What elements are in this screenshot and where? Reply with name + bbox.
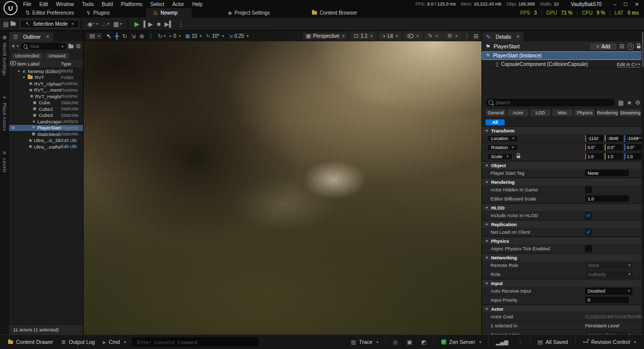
checkbox[interactable] bbox=[585, 186, 592, 193]
expander-icon[interactable]: ▼ bbox=[22, 76, 26, 79]
play-icon[interactable]: ▶ bbox=[134, 21, 139, 27]
tabbar-editor-preferences[interactable]: ⇅Editor Preferences bbox=[19, 8, 80, 18]
skip-frame-icon[interactable]: ▍▶ bbox=[143, 21, 152, 27]
favorites-icon[interactable]: ★ bbox=[626, 100, 632, 106]
strip-place-actors[interactable]: +Place Actors bbox=[2, 95, 7, 131]
row-type[interactable]: Edit Ultr bbox=[61, 144, 83, 149]
more-tools-icon[interactable]: ⋮ bbox=[148, 33, 154, 39]
select-tool-icon[interactable]: ↖ bbox=[106, 33, 111, 39]
save-all-icon[interactable]: ▤ bbox=[3, 21, 9, 27]
section-header-hlod[interactable]: ▼HLOD bbox=[482, 203, 644, 211]
display-filter-icon[interactable]: ▦ bbox=[618, 100, 623, 106]
close-icon[interactable]: ✕ bbox=[46, 34, 50, 39]
insights-button[interactable]: ◩ bbox=[417, 335, 430, 349]
help-icon[interactable]: ? bbox=[627, 43, 634, 50]
source-control-browse-icon[interactable] bbox=[11, 22, 16, 26]
viewport-scene[interactable] bbox=[84, 31, 481, 334]
outliner-row[interactable]: ◉RVT_...mentRuntime bbox=[9, 87, 83, 94]
outliner-row[interactable]: ◉Ultra_..ic_SkyEdit Ultr bbox=[9, 137, 83, 144]
outliner-row[interactable]: ▼◭Newmp (Editor)World bbox=[9, 68, 83, 75]
filter-icon[interactable]: ▼▾ bbox=[11, 44, 19, 49]
badge-uncontrolled[interactable]: Uncontrolled bbox=[12, 53, 43, 59]
stats-button[interactable]: ▂▄▆ bbox=[492, 335, 512, 349]
close-icon[interactable]: ✕ bbox=[635, 2, 639, 7]
edit-blueprint-icon[interactable]: ⊞ bbox=[619, 43, 624, 49]
quad-layout-icon[interactable]: ⊞ bbox=[473, 33, 478, 39]
world-local-icon[interactable]: ⊕ bbox=[139, 33, 144, 39]
axis-mode-select[interactable]: Location▾ bbox=[487, 135, 518, 142]
section-header-rendering[interactable]: ▼Rendering bbox=[482, 178, 644, 185]
checkbox[interactable] bbox=[585, 245, 592, 252]
eye-column-icon[interactable] bbox=[9, 61, 17, 66]
axis-value-input[interactable]: -3848 bbox=[605, 135, 623, 142]
axis-mode-select[interactable]: Rotation▾ bbox=[487, 144, 518, 151]
category-streaming[interactable]: Streaming bbox=[620, 109, 640, 116]
dropdown-auto-receive-input[interactable]: Disabled▾ bbox=[585, 288, 632, 295]
text-input[interactable]: 1.0 bbox=[585, 195, 629, 202]
surface-snap-control[interactable]: ⌖0▾ bbox=[169, 33, 181, 39]
axis-value-input[interactable]: 0.0° bbox=[624, 144, 642, 151]
type-column[interactable]: Type bbox=[61, 61, 83, 66]
menu-build[interactable]: Build bbox=[98, 1, 117, 8]
maximize-icon[interactable]: ▢ bbox=[623, 2, 628, 7]
category-lod[interactable]: LOD bbox=[530, 109, 550, 116]
outliner-row[interactable]: ⊙⚑PlayerStartPlayerSt bbox=[9, 125, 83, 131]
move-tool-icon[interactable]: ╋ bbox=[115, 33, 118, 39]
axis-value-input[interactable]: 1.0 bbox=[585, 153, 603, 160]
outliner-search[interactable]: ▾ bbox=[21, 43, 66, 50]
lock-icon[interactable] bbox=[517, 154, 520, 159]
outliner-search-input[interactable] bbox=[29, 43, 58, 49]
text-input[interactable]: 0 bbox=[585, 297, 629, 303]
viewport-options-icon[interactable]: ▤▾ bbox=[87, 33, 103, 39]
strip-world-settings[interactable]: ⊕World Settings bbox=[2, 35, 7, 76]
tabbar-plugins[interactable]: ↯Plugins bbox=[80, 8, 116, 18]
snap-actor-icon[interactable]: ↻▾ bbox=[157, 33, 166, 39]
scale-snap-control[interactable]: ⇲0.25▾ bbox=[228, 33, 249, 39]
scale-tool-icon[interactable]: ⇲ bbox=[131, 33, 136, 39]
axis-mode-select[interactable]: Scale▾ bbox=[487, 153, 513, 160]
gear-icon[interactable]: ⚙ bbox=[75, 43, 81, 49]
rotation-snap-control[interactable]: ↻10°▾ bbox=[206, 33, 224, 39]
lock-icon[interactable] bbox=[637, 43, 640, 49]
viewport-more-icon[interactable]: ⋮ bbox=[464, 33, 470, 39]
outliner-row[interactable]: ▣CubeStaticMe bbox=[9, 100, 83, 106]
eject-play-from-icon[interactable]: ▶▍ bbox=[165, 21, 174, 27]
rotate-tool-icon[interactable]: ↻ bbox=[122, 33, 127, 39]
axis-value-input[interactable]: 0.0° bbox=[585, 144, 603, 151]
menu-tools[interactable]: Tools bbox=[78, 1, 98, 8]
outliner-row[interactable]: ◉Ultra_..eatherEdit Ultr bbox=[9, 144, 83, 150]
outliner-tab[interactable]: ☰ Outliner ✕ bbox=[9, 32, 53, 41]
menu-select[interactable]: Select bbox=[146, 1, 169, 8]
axis-value-input[interactable]: -1142 bbox=[585, 135, 603, 142]
outliner-row[interactable]: ◉RVT_HeightRuntime bbox=[9, 93, 83, 100]
menu-window[interactable]: Window bbox=[52, 1, 78, 8]
checkbox[interactable]: ✓ bbox=[585, 229, 592, 235]
close-icon[interactable]: ✕ bbox=[516, 34, 520, 39]
edit-in-cpp-link[interactable]: Edit in C++ bbox=[617, 61, 640, 67]
details-search-input[interactable] bbox=[495, 100, 612, 106]
text-input[interactable]: None bbox=[585, 170, 629, 176]
add-component-button[interactable]: + Add bbox=[590, 43, 616, 50]
new-folder-icon[interactable] bbox=[68, 45, 73, 48]
item-label-column[interactable]: Item Label bbox=[17, 61, 61, 66]
blueprints-icon[interactable]: ∴▾ bbox=[102, 21, 109, 27]
cinematics-icon[interactable]: ▦▾ bbox=[113, 21, 122, 27]
perspective-select[interactable]: ▣ Perspective ▾ bbox=[303, 33, 348, 39]
menu-platforms[interactable]: Platforms bbox=[117, 1, 146, 8]
play-options-icon[interactable]: ⋮ bbox=[178, 21, 184, 27]
editor-mode-select[interactable]: ↖ Selection Mode ▾ bbox=[20, 20, 78, 28]
menu-actor[interactable]: Actor bbox=[169, 1, 188, 8]
stop-icon[interactable]: ■ bbox=[157, 21, 160, 27]
outliner-row[interactable]: ▣Cube2StaticMe bbox=[9, 106, 83, 112]
component-row[interactable]: ▯CapsuleComponent (CollisionCapsule)Edit… bbox=[482, 60, 644, 68]
row-type[interactable]: Edit Ultr bbox=[61, 138, 83, 143]
outliner-row[interactable]: ▣StaticMeshStaticMe bbox=[9, 131, 83, 137]
outliner-row[interactable]: ▣Cube3StaticMe bbox=[9, 112, 83, 119]
strip-levels[interactable]: ≡Levels bbox=[2, 150, 7, 173]
section-header-object[interactable]: ▼Object bbox=[482, 161, 644, 169]
tabbar-project-settings[interactable]: ◈Project Settings bbox=[222, 8, 276, 18]
console-input[interactable] bbox=[136, 339, 254, 345]
viewmode-paint-icon[interactable]: ✎▾ bbox=[425, 33, 441, 39]
axis-value-input[interactable]: 1.0 bbox=[605, 153, 623, 160]
component-row[interactable]: ⚑PlayerStart (Instance) bbox=[482, 51, 644, 60]
